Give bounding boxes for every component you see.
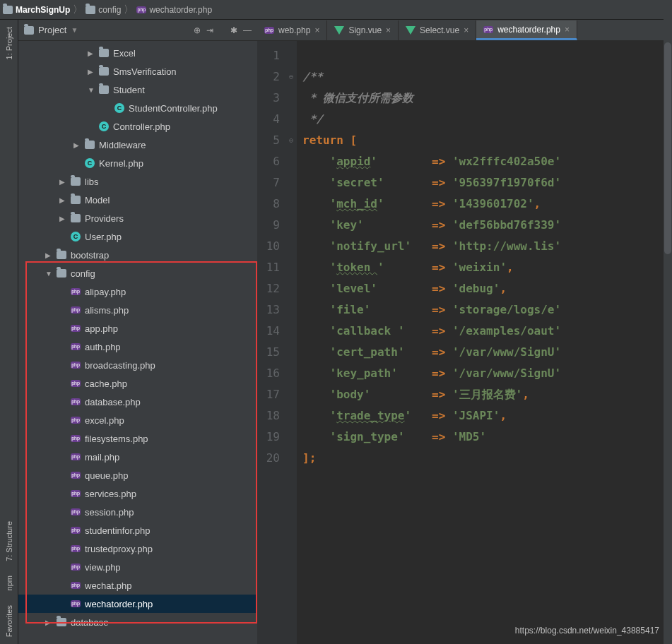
php-icon [71,582,81,589]
php-icon [71,362,81,369]
tree-arrow-icon[interactable] [45,619,52,626]
folder-icon [71,214,81,222]
tree-item[interactable]: alisms.php [18,301,257,319]
tree-arrow-icon[interactable] [88,86,95,94]
close-icon[interactable]: × [314,25,319,35]
tree-item-label: mail.php [85,452,119,463]
tree-arrow-icon[interactable] [88,68,95,76]
tree-arrow-icon[interactable] [45,270,52,278]
tree-arrow-icon[interactable] [59,196,66,204]
code-content[interactable]: /** * 微信支付所需参数 */ return [ 'appid' => 'w… [297,41,672,644]
breadcrumb-separator: 〉 [73,4,83,16]
tree-item[interactable]: Student [18,80,257,99]
tree-item[interactable]: bootstrap [18,246,257,264]
tree-arrow-icon[interactable] [73,141,81,149]
editor-tab[interactable]: wechatorder.php× [476,20,577,40]
tree-item[interactable]: database [18,613,257,631]
folder-icon [86,6,95,14]
tree-item-label: Middleware [99,140,146,150]
tree-item[interactable]: wechatorder.php [18,595,257,613]
editor-tab[interactable]: Sign.vue× [327,20,399,40]
tree-item[interactable]: excel.php [18,411,257,429]
tree-item-label: Kernel.php [99,158,143,169]
tree-item[interactable]: Kernel.php [18,154,257,172]
php-icon [71,490,81,497]
tree-item[interactable]: services.php [18,484,257,503]
project-tool-tab[interactable]: 1: Project [5,20,13,66]
fold-gutter[interactable]: ⊖⊖ [285,41,297,644]
gear-icon[interactable]: ✱ [230,25,237,35]
tree-item[interactable]: alipay.php [18,282,257,301]
breadcrumb: MarchSignUp〉config〉wechatorder.php [0,0,672,20]
scrollbar-thumb[interactable] [664,42,671,254]
tree-item-label: app.php [85,323,118,334]
php-icon [71,306,81,314]
structure-tool-tab[interactable]: 7: Structure [5,514,13,568]
tree-item[interactable]: studentinfor.php [18,521,257,539]
editor-tab[interactable]: web.php× [257,20,327,40]
tree-item[interactable]: User.php [18,227,257,246]
tree-item[interactable]: auth.php [18,338,257,356]
tree-item[interactable]: filesystems.php [18,429,257,448]
tree-arrow-icon[interactable] [59,178,66,186]
editor-tab[interactable]: Select.vue× [399,20,476,40]
tree-item[interactable]: StudentController.php [18,99,257,117]
tree-item[interactable]: SmsVerification [18,62,257,80]
chevron-down-icon[interactable]: ▼ [71,26,78,34]
tree-item[interactable]: Excel [18,44,257,62]
close-icon[interactable]: × [464,25,468,35]
tree-arrow-icon[interactable] [59,215,66,222]
breadcrumb-item[interactable]: config [86,5,121,15]
tree-arrow-icon[interactable] [88,49,95,57]
tree-item[interactable]: view.php [18,558,257,576]
folder-icon [71,177,81,186]
code-editor[interactable]: 1234567891011121314151617181920 ⊖⊖ /** *… [257,41,672,644]
tree-item-label: database.php [85,397,141,407]
tree-item[interactable]: Middleware [18,136,257,154]
project-tree[interactable]: ExcelSmsVerificationStudentStudentContro… [18,41,257,644]
tree-item-label: alisms.php [85,305,129,316]
tree-item[interactable]: Controller.php [18,117,257,136]
tree-item[interactable]: Providers [18,209,257,227]
tree-item-label: session.php [85,507,134,518]
left-tool-gutter: 1: Project 7: Structure npm Favorites [0,20,18,644]
tree-arrow-icon[interactable] [45,251,52,259]
tree-item[interactable]: libs [18,172,257,191]
project-title: Project [38,25,66,35]
php-icon [71,453,81,460]
tree-item[interactable]: database.php [18,393,257,411]
tree-item[interactable]: queue.php [18,466,257,484]
tree-item-label: Model [85,195,110,205]
folder-icon [85,141,95,149]
hide-icon[interactable]: — [243,25,252,35]
folder-icon [3,6,13,14]
php-icon [71,600,81,607]
locate-icon[interactable]: ⊕ [194,25,201,35]
favorites-tool-tab[interactable]: Favorites [5,598,13,644]
close-icon[interactable]: × [565,25,570,35]
tree-item[interactable]: cache.php [18,374,257,393]
tree-item-label: services.php [85,489,136,499]
tree-item-label: Providers [85,213,124,224]
tree-item[interactable]: wechat.php [18,576,257,595]
tree-item[interactable]: app.php [18,319,257,338]
class-icon [85,158,95,168]
close-icon[interactable]: × [386,25,391,35]
npm-tool-tab[interactable]: npm [5,568,13,597]
project-panel-header: Project ▼ ⊕ ⇥ ✱ — [18,20,257,41]
editor-scrollbar[interactable] [664,0,672,644]
tree-item[interactable]: broadcasting.php [18,356,257,374]
tree-item[interactable]: trustedproxy.php [18,539,257,558]
tree-item-label: database [71,617,109,628]
tree-item[interactable]: Model [18,191,257,209]
tree-item[interactable]: session.php [18,503,257,521]
folder-icon [57,251,66,259]
editor-area: web.php×Sign.vue×Select.vue×wechatorder.… [257,20,672,644]
breadcrumb-item[interactable]: MarchSignUp [3,5,70,15]
collapse-icon[interactable]: ⇥ [206,25,213,35]
tree-item[interactable]: config [18,264,257,282]
tree-item[interactable]: mail.php [18,448,257,466]
line-number-gutter: 1234567891011121314151617181920 [257,41,285,644]
vue-icon [406,26,415,35]
breadcrumb-item[interactable]: wechatorder.php [136,5,212,15]
